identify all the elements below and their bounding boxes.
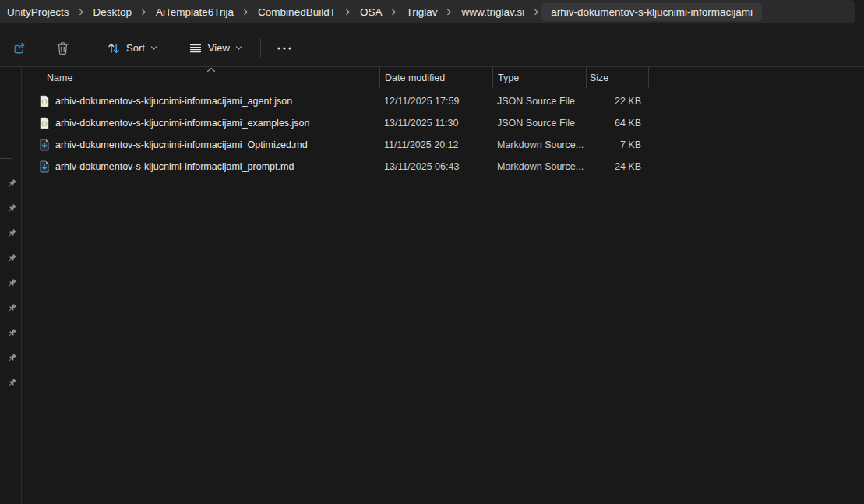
column-header-size[interactable]: Size [586, 67, 648, 88]
svg-text:{}: {} [41, 98, 48, 105]
sort-arrows-icon [107, 41, 121, 55]
sort-button-label: Sort [126, 42, 145, 54]
trash-icon [55, 41, 70, 56]
pin-icon[interactable] [6, 178, 17, 189]
svg-text:{}: {} [41, 120, 48, 127]
toolbar-divider [260, 38, 261, 58]
column-header-size-label: Size [590, 72, 608, 83]
file-date-modified: 13/11/2025 06:43 [379, 161, 492, 172]
column-header-date-label: Date modified [385, 72, 445, 83]
file-type: JSON Source File [492, 96, 586, 107]
pin-icon[interactable] [6, 328, 17, 339]
file-date-modified: 12/11/2025 17:59 [379, 96, 492, 107]
breadcrumb-item[interactable]: Desktop [86, 3, 139, 21]
view-lines-icon [189, 41, 203, 55]
share-button[interactable] [5, 35, 34, 62]
pin-icon[interactable] [6, 203, 17, 214]
breadcrumb-item[interactable]: www.triglav.si [454, 3, 531, 21]
pin-icon[interactable] [6, 353, 17, 364]
json-file-icon: {} [38, 117, 51, 129]
breadcrumb-item[interactable]: OSA [353, 3, 390, 21]
content-area: Name Date modified Type Size {} arhiv-do… [0, 66, 864, 504]
chevron-down-icon [150, 44, 157, 51]
column-header-name[interactable]: Name [23, 67, 379, 88]
column-header-type-label: Type [498, 72, 519, 83]
file-row[interactable]: arhiv-dokumentov-s-kljucnimi-informacija… [23, 156, 864, 178]
file-row[interactable]: {} arhiv-dokumentov-s-kljucnimi-informac… [23, 112, 864, 134]
file-row[interactable]: arhiv-dokumentov-s-kljucnimi-informacija… [23, 134, 864, 156]
sidebar-divider [0, 158, 12, 159]
chevron-right-icon [242, 9, 249, 16]
pin-icon[interactable] [6, 253, 17, 264]
file-size: 7 KB [586, 139, 648, 150]
share-icon [12, 41, 27, 56]
markdown-file-icon [38, 160, 51, 173]
breadcrumb-item-current[interactable]: arhiv-dokumentov-s-kljucnimi-informacija… [541, 3, 762, 21]
pin-icon[interactable] [6, 378, 17, 389]
file-name: arhiv-dokumentov-s-kljucnimi-informacija… [55, 161, 294, 172]
file-type: Markdown Source... [492, 139, 586, 150]
ellipsis-icon [276, 41, 293, 55]
chevron-right-icon [344, 9, 351, 16]
breadcrumb-item[interactable]: Triglav [399, 3, 444, 21]
chevron-right-icon [390, 9, 397, 16]
toolbar-divider [90, 38, 90, 58]
markdown-file-icon [38, 139, 51, 151]
column-header-type[interactable]: Type [492, 67, 586, 88]
file-name: arhiv-dokumentov-s-kljucnimi-informacija… [55, 96, 292, 107]
view-button-label: View [208, 42, 230, 54]
file-date-modified: 11/11/2025 20:12 [379, 139, 492, 150]
breadcrumb-item[interactable]: CombinedBuildT [251, 3, 343, 21]
more-options-button[interactable] [269, 36, 300, 61]
column-header-name-label: Name [47, 72, 72, 83]
file-size: 24 KB [586, 161, 648, 172]
pin-icon[interactable] [6, 278, 17, 289]
chevron-right-icon [78, 9, 85, 16]
json-file-icon: {} [38, 95, 51, 107]
view-button[interactable]: View [182, 36, 249, 61]
file-row[interactable]: {} arhiv-dokumentov-s-kljucnimi-informac… [23, 90, 864, 112]
file-date-modified: 13/11/2025 11:30 [379, 118, 492, 129]
file-rows: {} arhiv-dokumentov-s-kljucnimi-informac… [23, 90, 864, 178]
file-size: 64 KB [586, 118, 648, 129]
pin-icon[interactable] [6, 228, 17, 239]
file-name: arhiv-dokumentov-s-kljucnimi-informacija… [55, 118, 310, 129]
chevron-right-icon [446, 9, 453, 16]
address-bar[interactable]: UnityProjects Desktop AiTemplate6Trija C… [0, 0, 855, 23]
breadcrumb-item[interactable]: AiTemplate6Trija [149, 3, 241, 21]
chevron-up-icon [206, 67, 216, 72]
column-header-end-divider [648, 67, 649, 88]
column-header-date-modified[interactable]: Date modified [379, 67, 492, 88]
file-size: 22 KB [586, 96, 648, 107]
delete-button[interactable] [48, 35, 77, 62]
chevron-down-icon [235, 44, 242, 51]
file-name: arhiv-dokumentov-s-kljucnimi-informacija… [55, 139, 308, 150]
file-type: JSON Source File [492, 118, 586, 129]
chevron-right-icon [533, 9, 540, 16]
sort-button[interactable]: Sort [100, 36, 164, 61]
breadcrumb-item[interactable]: UnityProjects [0, 3, 76, 21]
chevron-right-icon [140, 9, 147, 16]
file-list-pane: Name Date modified Type Size {} arhiv-do… [23, 67, 864, 504]
column-header-row: Name Date modified Type Size [23, 67, 864, 88]
toolbar: Sort View [0, 30, 864, 66]
file-type: Markdown Source... [492, 161, 586, 172]
navigation-pane[interactable] [0, 67, 22, 504]
pin-icon[interactable] [6, 303, 17, 314]
